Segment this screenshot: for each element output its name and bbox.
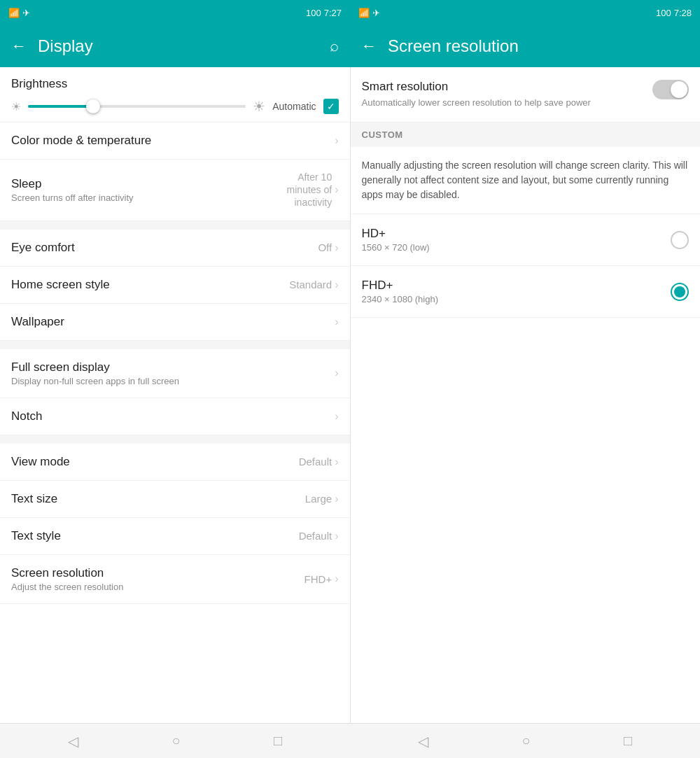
fhd-plus-option[interactable]: FHD+ 2340 × 1080 (high) [351,266,701,318]
view-mode-value: Default [299,456,332,468]
sleep-subtitle: Screen turns off after inactivity [11,192,134,203]
hd-plus-title: HD+ [362,227,430,241]
smart-resolution-toggle[interactable] [652,80,689,99]
notch-item[interactable]: Notch › [0,398,350,435]
left-panel: Brightness ☀ ☀ Automatic ✓ Color mode & … [0,67,351,723]
left-nav-bar: ◁ ○ □ [0,724,350,758]
text-size-chevron: › [335,493,338,505]
right-title: Screen resolution [388,36,689,56]
screen-resolution-value: FHD+ [304,573,332,585]
left-battery: 100 [306,8,321,18]
fhd-plus-title: FHD+ [362,279,439,293]
section-gap-3 [0,435,350,444]
color-mode-item[interactable]: Color mode & temperature › [0,122,350,160]
text-style-chevron: › [335,530,338,542]
home-screen-title: Home screen style [11,278,289,292]
app-bars: ← Display ⌕ ← Screen resolution [0,25,700,67]
left-back-nav-icon[interactable]: ◁ [68,733,78,750]
sleep-title: Sleep [11,177,134,191]
left-app-bar: ← Display ⌕ [0,25,350,67]
full-screen-item[interactable]: Full screen display Display non-full scr… [0,349,350,398]
fhd-plus-radio[interactable] [671,283,689,301]
full-screen-chevron: › [335,367,338,379]
section-gap-1 [0,221,350,230]
left-time-battery: 100 7:27 [306,8,342,18]
color-mode-chevron: › [335,134,338,147]
slider-thumb[interactable] [86,99,100,113]
search-button[interactable]: ⌕ [330,37,339,55]
left-status-bar: 📶 ✈ 100 7:27 [0,0,350,25]
text-size-value: Large [305,493,332,505]
view-mode-chevron: › [335,456,338,468]
airplane-icon: ✈ [22,8,30,18]
nav-bars: ◁ ○ □ ◁ ○ □ [0,723,700,758]
text-size-item[interactable]: Text size Large › [0,481,350,518]
right-nav-bar: ◁ ○ □ [350,724,700,758]
screen-resolution-title: Screen resolution [11,566,304,580]
left-time: 7:27 [324,8,342,18]
hd-plus-subtitle: 1560 × 720 (low) [362,242,430,253]
smart-resolution-subtitle: Automatically lower screen resolution to… [362,97,591,109]
text-style-item[interactable]: Text style Default › [0,518,350,555]
right-back-nav-icon[interactable]: ◁ [418,733,428,750]
left-status-icons: 📶 ✈ [8,8,30,18]
full-screen-subtitle: Display non-full screen apps in full scr… [11,376,335,386]
right-status-bar: 📶 ✈ 100 7:28 [350,0,700,25]
right-battery: 100 [656,8,671,18]
sleep-item[interactable]: Sleep Screen turns off after inactivity … [0,160,350,221]
sun-small-icon: ☀ [11,100,21,113]
smart-resolution-title: Smart resolution [362,80,591,94]
right-recent-nav-icon[interactable]: □ [624,733,632,749]
sleep-value: After 10minutes ofinactivity [287,171,332,209]
wallpaper-item[interactable]: Wallpaper › [0,304,350,341]
eye-comfort-item[interactable]: Eye comfort Off › [0,230,350,267]
view-mode-item[interactable]: View mode Default › [0,444,350,481]
slider-track [28,105,246,108]
right-home-nav-icon[interactable]: ○ [522,733,530,749]
text-style-value: Default [299,530,332,542]
custom-section-header: CUSTOM [351,122,701,147]
right-panel: Smart resolution Automatically lower scr… [351,67,701,723]
screen-resolution-chevron: › [335,573,338,585]
wallpaper-chevron: › [335,316,338,328]
smart-resolution-row: Smart resolution Automatically lower scr… [351,67,701,122]
right-status-icons: 📶 ✈ [358,8,380,18]
hd-plus-option[interactable]: HD+ 1560 × 720 (low) [351,214,701,266]
text-style-title: Text style [11,529,299,543]
text-size-title: Text size [11,492,305,506]
left-back-button[interactable]: ← [11,37,27,55]
fhd-plus-subtitle: 2340 × 1080 (high) [362,294,439,304]
full-screen-title: Full screen display [11,360,335,374]
right-airplane-icon: ✈ [372,8,380,18]
hd-plus-radio[interactable] [671,231,689,249]
slider-fill [28,105,93,108]
home-screen-value: Standard [289,279,332,290]
left-home-nav-icon[interactable]: ○ [172,733,180,749]
notch-chevron: › [335,410,338,423]
right-wifi-icon: 📶 [358,8,370,18]
section-gap-2 [0,341,350,349]
brightness-slider[interactable] [28,99,246,113]
left-title: Display [38,36,318,56]
status-bar: 📶 ✈ 100 7:27 📶 ✈ 100 7:28 [0,0,700,25]
custom-description: Manually adjusting the screen resolution… [351,147,701,214]
brightness-title: Brightness [11,77,339,91]
panels: Brightness ☀ ☀ Automatic ✓ Color mode & … [0,67,700,723]
screen-resolution-item[interactable]: Screen resolution Adjust the screen reso… [0,555,350,604]
left-recent-nav-icon[interactable]: □ [274,733,282,749]
auto-checkbox[interactable]: ✓ [323,99,339,114]
color-mode-title: Color mode & temperature [11,134,335,148]
brightness-controls: ☀ ☀ Automatic ✓ [11,98,339,115]
sun-large-icon: ☀ [253,98,265,115]
notch-title: Notch [11,409,335,423]
right-back-button[interactable]: ← [361,37,377,55]
brightness-section: Brightness ☀ ☀ Automatic ✓ [0,67,350,122]
sleep-chevron: › [335,183,338,196]
home-screen-item[interactable]: Home screen style Standard › [0,267,350,304]
screen-resolution-subtitle: Adjust the screen resolution [11,582,304,592]
home-screen-chevron: › [335,279,338,291]
eye-comfort-chevron: › [335,241,338,254]
wallpaper-title: Wallpaper [11,315,335,329]
wifi-icon: 📶 [8,8,20,18]
auto-label: Automatic [272,101,316,112]
